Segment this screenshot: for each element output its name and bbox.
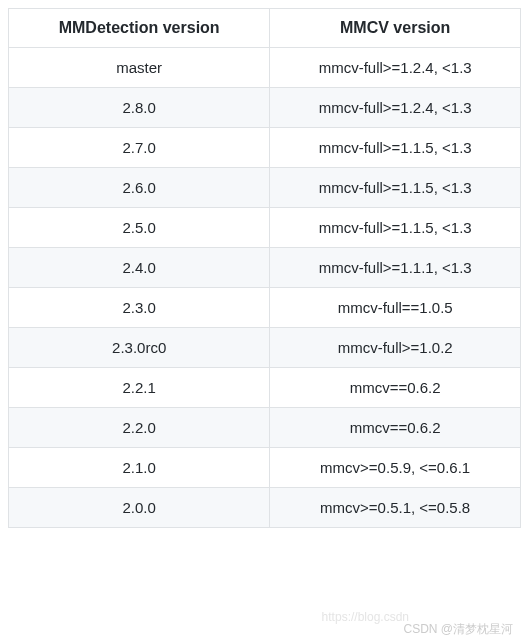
table-row: 2.2.0 mmcv==0.6.2 — [9, 408, 521, 448]
table-row: 2.7.0 mmcv-full>=1.1.5, <1.3 — [9, 128, 521, 168]
header-mmcv: MMCV version — [270, 9, 521, 48]
table-row: 2.5.0 mmcv-full>=1.1.5, <1.3 — [9, 208, 521, 248]
cell-mmcv-version: mmcv-full==1.0.5 — [270, 288, 521, 328]
cell-mmdetection-version: 2.4.0 — [9, 248, 270, 288]
cell-mmcv-version: mmcv-full>=1.2.4, <1.3 — [270, 48, 521, 88]
table-row: 2.6.0 mmcv-full>=1.1.5, <1.3 — [9, 168, 521, 208]
cell-mmdetection-version: 2.3.0 — [9, 288, 270, 328]
cell-mmcv-version: mmcv-full>=1.1.1, <1.3 — [270, 248, 521, 288]
cell-mmcv-version: mmcv>=0.5.1, <=0.5.8 — [270, 488, 521, 528]
watermark-url: https://blog.csdn — [322, 610, 409, 624]
cell-mmdetection-version: 2.1.0 — [9, 448, 270, 488]
cell-mmcv-version: mmcv-full>=1.1.5, <1.3 — [270, 208, 521, 248]
cell-mmcv-version: mmcv-full>=1.0.2 — [270, 328, 521, 368]
table-row: 2.1.0 mmcv>=0.5.9, <=0.6.1 — [9, 448, 521, 488]
cell-mmcv-version: mmcv-full>=1.1.5, <1.3 — [270, 168, 521, 208]
cell-mmdetection-version: 2.5.0 — [9, 208, 270, 248]
table-row: 2.0.0 mmcv>=0.5.1, <=0.5.8 — [9, 488, 521, 528]
cell-mmcv-version: mmcv>=0.5.9, <=0.6.1 — [270, 448, 521, 488]
version-table-container: MMDetection version MMCV version master … — [0, 0, 529, 536]
cell-mmcv-version: mmcv==0.6.2 — [270, 368, 521, 408]
cell-mmdetection-version: 2.2.1 — [9, 368, 270, 408]
cell-mmdetection-version: 2.6.0 — [9, 168, 270, 208]
table-row: 2.8.0 mmcv-full>=1.2.4, <1.3 — [9, 88, 521, 128]
table-row: 2.4.0 mmcv-full>=1.1.1, <1.3 — [9, 248, 521, 288]
watermark-attribution: CSDN @清梦枕星河 — [403, 621, 513, 638]
cell-mmdetection-version: 2.0.0 — [9, 488, 270, 528]
cell-mmdetection-version: 2.3.0rc0 — [9, 328, 270, 368]
cell-mmcv-version: mmcv==0.6.2 — [270, 408, 521, 448]
table-header-row: MMDetection version MMCV version — [9, 9, 521, 48]
table-row: 2.2.1 mmcv==0.6.2 — [9, 368, 521, 408]
table-row: master mmcv-full>=1.2.4, <1.3 — [9, 48, 521, 88]
version-compatibility-table: MMDetection version MMCV version master … — [8, 8, 521, 528]
cell-mmdetection-version: 2.7.0 — [9, 128, 270, 168]
cell-mmdetection-version: 2.8.0 — [9, 88, 270, 128]
cell-mmcv-version: mmcv-full>=1.2.4, <1.3 — [270, 88, 521, 128]
table-row: 2.3.0rc0 mmcv-full>=1.0.2 — [9, 328, 521, 368]
table-row: 2.3.0 mmcv-full==1.0.5 — [9, 288, 521, 328]
header-mmdetection: MMDetection version — [9, 9, 270, 48]
cell-mmcv-version: mmcv-full>=1.1.5, <1.3 — [270, 128, 521, 168]
cell-mmdetection-version: master — [9, 48, 270, 88]
cell-mmdetection-version: 2.2.0 — [9, 408, 270, 448]
